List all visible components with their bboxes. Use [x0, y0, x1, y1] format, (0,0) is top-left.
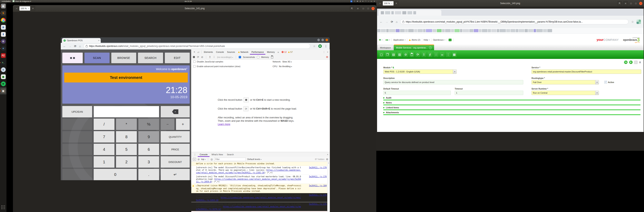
tab-mobile-services[interactable]: Mobile Services - org.openbrav... x	[394, 45, 434, 50]
section-linked-items[interactable]: ▶Linked Items	[383, 106, 640, 110]
dock-item-sublime-text[interactable]: S	[0, 10, 6, 17]
record-button[interactable]	[244, 97, 249, 102]
clear-console-icon[interactable]: ⊘	[198, 158, 200, 161]
memory-checkbox[interactable]	[257, 56, 259, 58]
bluetooth-icon[interactable]: ᛒ	[354, 1, 355, 2]
tab-close-icon[interactable]: x	[429, 46, 432, 49]
key-price[interactable]: PRICE	[161, 144, 190, 155]
default-timeout-input[interactable]: 5	[383, 91, 451, 95]
back-icon[interactable]: ←	[63, 45, 66, 48]
zoom-in-button[interactable]: +	[394, 1, 398, 6]
key-percent[interactable]: %	[138, 119, 159, 130]
key-5[interactable]: 5	[116, 144, 137, 155]
address-bar[interactable]: https://livebuilds.openbravo.com/retail_…	[400, 19, 628, 24]
grid-toggle-icon[interactable]: ▦	[452, 52, 457, 57]
chevron-down-icon[interactable]: ▾	[362, 1, 363, 2]
screenshots-checkbox[interactable]	[239, 56, 241, 58]
eye-icon[interactable]: ◎	[210, 158, 213, 161]
service-input[interactable]: org.openbravo.retail.posterminal.master.…	[532, 70, 641, 74]
teamviewer-icon[interactable]: ⇆	[350, 1, 352, 2]
console-link[interactable]: https://livebuilds.openbravo.com/retail_…	[196, 178, 301, 183]
forward-icon[interactable]: →	[68, 45, 71, 48]
reload-record-icon[interactable]: ⟳	[197, 56, 199, 59]
upc-ean-button[interactable]: UPC/EAN	[62, 106, 92, 117]
key-2[interactable]: 2	[116, 156, 137, 168]
wifi-icon[interactable]: ◠	[365, 1, 366, 2]
upc-ean-input[interactable]	[94, 106, 159, 117]
forward-icon[interactable]: →	[385, 20, 388, 23]
dock-item-chrome[interactable]	[0, 17, 6, 24]
dock-item-terminal[interactable]: >_	[0, 59, 6, 66]
fullscreen-icon[interactable]: ⇱	[618, 1, 622, 6]
pos-nav-edit[interactable]: EDIT	[165, 53, 190, 63]
disable-js-checkbox[interactable]	[193, 61, 196, 63]
paperclip-icon[interactable]: ∮	[360, 1, 360, 2]
key-quantity[interactable]: QUANTITY	[161, 131, 190, 142]
error-badge[interactable]: × 12	[282, 51, 286, 53]
console-link[interactable]: https://livebuilds.openbravo.com/retail_…	[196, 196, 301, 201]
dock-item-image-viewer[interactable]: ▣	[0, 87, 6, 94]
close-button[interactable]: ×	[372, 7, 375, 10]
dock-item-spotify[interactable]: ≋	[0, 80, 6, 87]
address-bar[interactable]: https://livebuilds.openbravo.com/retail_…	[84, 44, 310, 49]
new-tab-button[interactable]: +	[99, 39, 101, 42]
dock-item-pgadmin[interactable]: e	[0, 66, 6, 73]
menu-help[interactable]: Help▾	[424, 39, 430, 41]
key-multiply[interactable]: *	[116, 119, 137, 130]
zoom-out-button[interactable]: −	[14, 6, 19, 11]
menu-icon[interactable]: ≡	[356, 6, 360, 11]
dock-item-libreoffice-calc[interactable]: ▦	[0, 73, 6, 80]
viewer-headerbar[interactable]: − 100 %∨ + Selección_140.png ⇱ ≡ – ▫ ×	[376, 0, 644, 7]
console-scrollbar[interactable]: ▲▼	[327, 162, 330, 212]
key-6[interactable]: 6	[138, 144, 159, 155]
key-divide[interactable]: /	[94, 119, 114, 130]
network-throttle-select[interactable]: Slow 3G ▾	[282, 61, 292, 63]
console-tab-search[interactable]: Search	[225, 152, 236, 157]
zoom-level-select[interactable]: 100 %∨	[19, 6, 30, 11]
source-link[interactable]: 5e26412….js:176	[304, 194, 327, 196]
more-tabs-icon[interactable]: »	[276, 51, 280, 54]
backspace-key[interactable]: ×	[161, 106, 190, 117]
key-8[interactable]: 8	[116, 131, 137, 142]
section-notes[interactable]: ▶Notes	[383, 101, 640, 105]
devtools-tab-network[interactable]: Network	[236, 50, 250, 55]
key-plus[interactable]: +	[176, 119, 190, 130]
quick-launch-menu[interactable]: ▶▶▾	[386, 39, 390, 41]
learn-more-link[interactable]: Learn more	[218, 123, 230, 126]
browser-tab[interactable]: Openbravo POS ×	[62, 38, 101, 43]
pos-nav-scan[interactable]: SCAN	[84, 53, 110, 63]
next-record-button[interactable]: ▶	[629, 61, 633, 64]
copy-record-icon[interactable]: ❐	[385, 52, 390, 57]
dock-item-files[interactable]: ▤	[0, 3, 6, 10]
attachment-icon[interactable]: ∮	[428, 52, 432, 57]
show-applications-button[interactable]	[1, 205, 5, 209]
key-enter[interactable]: ↵	[161, 169, 190, 180]
new-record-icon[interactable]: ▢	[379, 52, 384, 57]
menu-alerts-[interactable]: Alerts (2)	[409, 39, 420, 41]
previous-record-button[interactable]: ◀	[624, 61, 628, 64]
dock-item-eclipse-ide[interactable]: ⚙	[0, 38, 6, 45]
settings-gear-icon[interactable]: ⚙	[326, 56, 328, 59]
close-button[interactable]: ×	[639, 2, 642, 5]
cpu-throttle-select[interactable]: No throttling ▾	[279, 65, 292, 68]
minimize-button[interactable]	[317, 39, 320, 41]
key-discount[interactable]: DISCOUNT	[161, 156, 190, 168]
load-profile-icon[interactable]: ↥	[209, 56, 211, 59]
devtools-tab-elements[interactable]: Elements	[202, 50, 214, 55]
key-0[interactable]: 0	[94, 169, 137, 180]
drawer-menu-icon[interactable]: ⋮	[192, 153, 197, 156]
minimize-button[interactable]: –	[629, 2, 633, 5]
key-minus[interactable]: −	[161, 119, 174, 130]
volume-icon[interactable]: ♪	[368, 1, 369, 2]
devtools-menu-icon[interactable]: ⋮	[323, 51, 325, 53]
pos-nav-browse[interactable]: BROWSE	[111, 53, 136, 63]
console-tab-console[interactable]: Console	[198, 152, 210, 157]
zoom-out-button[interactable]: −	[378, 1, 382, 6]
console-sidebar-icon[interactable]: ▸	[193, 158, 196, 161]
zoom-level-select[interactable]: 100 %∨	[382, 1, 394, 6]
key-dot[interactable]: .	[138, 169, 159, 180]
expand-arrow-icon[interactable]: ▶	[196, 185, 197, 187]
module-select[interactable]: Web POS - 1.2.6100 - English (USA)▼	[383, 70, 457, 74]
devtools-tab-performance[interactable]: Performance	[250, 50, 265, 55]
dock-item-kdiff3[interactable]: ⫴	[0, 31, 6, 38]
